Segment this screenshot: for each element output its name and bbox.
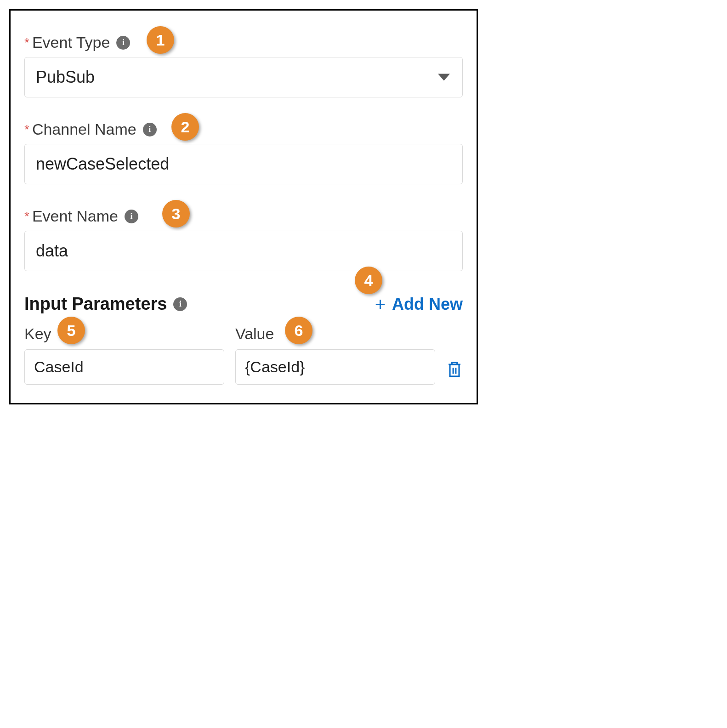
event-name-input[interactable] (24, 231, 463, 271)
channel-name-input-wrapper (24, 144, 463, 184)
info-icon[interactable]: i (173, 297, 187, 311)
callout-badge-4: 4 (355, 267, 382, 294)
info-icon[interactable]: i (143, 123, 157, 136)
event-name-label: Event Name (32, 207, 118, 225)
callout-badge-1: 1 (147, 26, 174, 54)
required-asterisk: * (24, 35, 29, 50)
info-icon[interactable]: i (116, 36, 130, 50)
event-type-label-row: * Event Type i 1 (24, 34, 463, 51)
value-label: Value (235, 325, 435, 343)
param-value-col: Value 6 (235, 325, 435, 385)
callout-badge-3: 3 (162, 200, 190, 228)
param-value-input[interactable] (235, 349, 435, 385)
callout-badge-2: 2 (171, 113, 199, 141)
event-type-select-wrapper: PubSub (24, 57, 463, 97)
input-params-title: Input Parameters (24, 294, 167, 314)
key-label: Key (24, 325, 224, 343)
plus-icon: + (375, 295, 386, 313)
param-key-input[interactable] (24, 349, 224, 385)
add-new-label: Add New (392, 295, 463, 314)
event-type-label: Event Type (32, 34, 110, 51)
callout-badge-6: 6 (285, 317, 312, 344)
event-name-input-wrapper (24, 231, 463, 271)
required-asterisk: * (24, 209, 29, 224)
event-name-label-row: * Event Name i 3 (24, 207, 463, 225)
param-key-col: Key 5 (24, 325, 224, 385)
input-params-header: Input Parameters i + Add New 4 (24, 294, 463, 314)
form-container: * Event Type i 1 PubSub * Channel Name i… (9, 9, 478, 404)
channel-name-group: * Channel Name i 2 (24, 120, 463, 184)
event-type-value: PubSub (36, 68, 95, 87)
chevron-down-icon (438, 74, 450, 81)
section-title-wrap: Input Parameters i (24, 294, 187, 314)
event-type-group: * Event Type i 1 PubSub (24, 34, 463, 97)
channel-name-input[interactable] (24, 144, 463, 184)
add-new-button[interactable]: + Add New 4 (375, 295, 463, 314)
trash-icon (446, 360, 463, 378)
event-name-group: * Event Name i 3 (24, 207, 463, 271)
params-row: Key 5 Value 6 (24, 325, 463, 385)
callout-badge-5: 5 (57, 317, 85, 344)
info-icon[interactable]: i (125, 210, 138, 223)
delete-row-button[interactable] (446, 360, 463, 385)
channel-name-label: Channel Name (32, 120, 136, 138)
event-type-select[interactable]: PubSub (24, 57, 463, 97)
required-asterisk: * (24, 122, 29, 137)
channel-name-label-row: * Channel Name i 2 (24, 120, 463, 138)
